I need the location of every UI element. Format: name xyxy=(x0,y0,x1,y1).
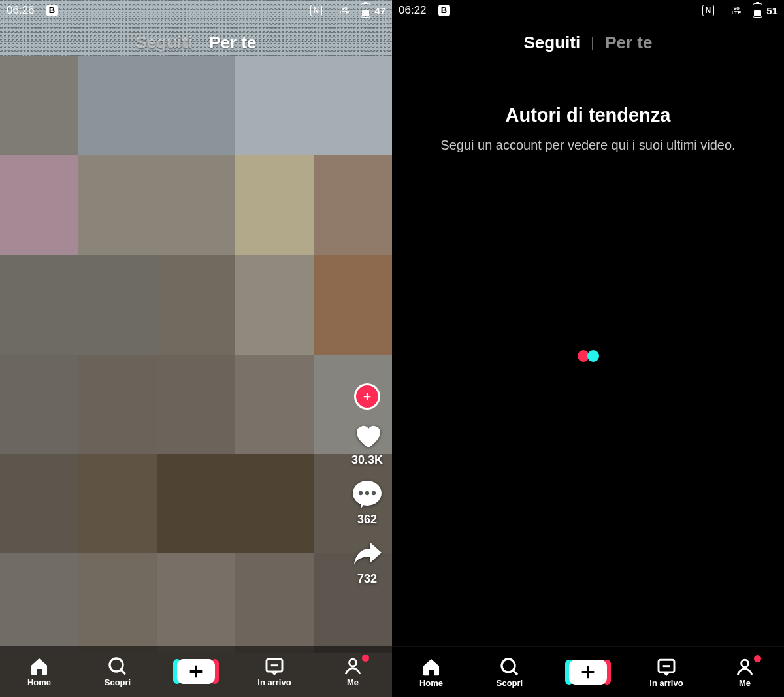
nav-discover-label: Scopri xyxy=(497,678,523,688)
empty-title: Autori di tendenza xyxy=(412,105,764,126)
svg-point-25 xyxy=(742,660,749,667)
notification-dot xyxy=(754,655,761,662)
status-time: 06:22 xyxy=(399,4,427,17)
comment-count: 362 xyxy=(357,513,377,527)
nav-discover-label: Scopri xyxy=(105,677,131,687)
bottom-nav: Home Scopri In arrivo Me xyxy=(392,646,784,697)
loader-dot-teal xyxy=(587,350,599,362)
empty-subtitle: Segui un account per vedere qui i suoi u… xyxy=(412,138,764,153)
nav-home[interactable]: Home xyxy=(408,656,454,688)
nfc-icon: N xyxy=(702,5,714,16)
tab-following[interactable]: Seguiti xyxy=(136,33,193,53)
svg-point-9 xyxy=(359,491,363,495)
battery-percent: 47 xyxy=(374,5,385,16)
like-count: 30.3K xyxy=(351,453,383,467)
feed-tabs: Seguiti Per te xyxy=(392,33,784,53)
svg-point-12 xyxy=(110,658,123,672)
battery-percent: 51 xyxy=(766,5,777,16)
nfc-icon: N xyxy=(310,5,322,16)
nav-home-label: Home xyxy=(419,678,443,688)
battery-icon xyxy=(753,3,762,18)
volte-icon: VoLTE xyxy=(338,6,350,15)
tab-following[interactable]: Seguiti xyxy=(524,33,581,53)
nav-inbox-label: In arrivo xyxy=(257,677,291,687)
status-time: 06:26 xyxy=(7,4,35,17)
empty-state: Autori di tendenza Segui un account per … xyxy=(392,105,784,153)
create-button[interactable] xyxy=(569,660,607,685)
nav-me[interactable]: Me xyxy=(722,656,768,688)
nav-create[interactable] xyxy=(173,659,219,684)
phone-right-following: 06:22 B N VoLTE 51 Seguiti Per te xyxy=(392,0,784,697)
share-button[interactable]: 732 xyxy=(351,538,383,586)
like-button[interactable]: 30.3K xyxy=(351,419,383,467)
status-bar: 06:22 B N VoLTE 51 xyxy=(392,0,784,21)
notification-dot xyxy=(362,655,369,662)
follow-button[interactable] xyxy=(356,385,378,408)
bottom-nav: Home Scopri In arrivo Me xyxy=(0,646,392,697)
nav-discover[interactable]: Scopri xyxy=(487,656,532,688)
comment-button[interactable]: 362 xyxy=(351,479,383,527)
svg-point-23 xyxy=(502,659,515,672)
phone-left-foryou: 06:26 B N VoLTE 47 Seguiti Per te xyxy=(0,0,392,697)
b-badge-icon: B xyxy=(438,5,450,16)
video-actions: 30.3K 362 732 xyxy=(351,385,383,586)
nav-me[interactable]: Me xyxy=(330,656,376,687)
b-badge-icon: B xyxy=(46,5,58,16)
tab-separator xyxy=(592,37,593,50)
loading-indicator xyxy=(392,350,784,362)
svg-point-11 xyxy=(372,491,376,495)
share-count: 732 xyxy=(357,572,377,586)
nav-home[interactable]: Home xyxy=(16,656,62,687)
video-pixelation xyxy=(0,56,392,653)
nav-discover[interactable]: Scopri xyxy=(95,656,140,687)
battery-icon xyxy=(361,3,370,18)
nav-create[interactable] xyxy=(565,660,611,685)
svg-point-14 xyxy=(350,659,357,666)
nav-inbox-label: In arrivo xyxy=(649,678,683,688)
tab-foryou[interactable]: Per te xyxy=(605,33,652,53)
nav-home-label: Home xyxy=(27,677,51,687)
create-button[interactable] xyxy=(177,659,215,684)
volte-icon: VoLTE xyxy=(730,6,742,15)
feed-tabs: Seguiti Per te xyxy=(0,33,392,53)
nav-inbox[interactable]: In arrivo xyxy=(252,656,297,687)
nav-me-label: Me xyxy=(739,678,751,688)
nav-inbox[interactable]: In arrivo xyxy=(644,656,689,688)
tab-foryou[interactable]: Per te xyxy=(209,33,256,53)
nav-me-label: Me xyxy=(347,677,359,687)
svg-point-10 xyxy=(365,491,369,495)
status-bar: 06:26 B N VoLTE 47 xyxy=(0,0,392,21)
